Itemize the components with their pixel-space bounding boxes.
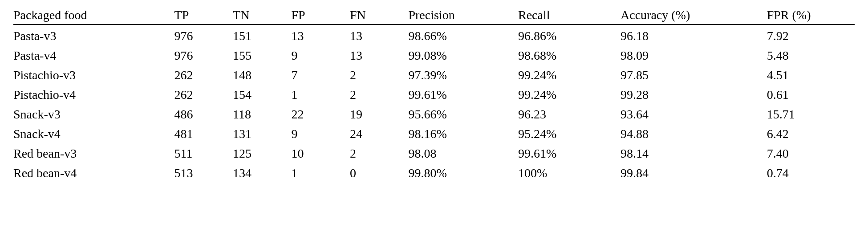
cell-precision: 98.16% bbox=[408, 124, 518, 144]
cell-accuracy: 99.84 bbox=[621, 163, 767, 183]
cell-tp: 511 bbox=[174, 144, 233, 163]
cell-recall: 98.68% bbox=[518, 46, 621, 65]
table-row: Pasta-v3976151131398.66%96.86%96.187.92 bbox=[13, 25, 855, 46]
col-header-precision: Precision bbox=[408, 4, 518, 24]
cell-fp: 7 bbox=[292, 65, 350, 85]
cell-precision: 98.66% bbox=[408, 25, 518, 46]
cell-label: Red bean-v4 bbox=[13, 163, 174, 183]
col-header-fn: FN bbox=[350, 4, 408, 24]
cell-fn: 2 bbox=[350, 85, 408, 105]
cell-fp: 1 bbox=[292, 85, 350, 105]
cell-tp: 481 bbox=[174, 124, 233, 144]
cell-fn: 13 bbox=[350, 25, 408, 46]
cell-recall: 99.61% bbox=[518, 144, 621, 163]
col-header-tn: TN bbox=[233, 4, 291, 24]
table-body: Pasta-v3976151131398.66%96.86%96.187.92P… bbox=[13, 25, 855, 183]
cell-fp: 1 bbox=[292, 163, 350, 183]
table-row: Pistachio-v42621541299.61%99.24%99.280.6… bbox=[13, 85, 855, 105]
cell-fpr: 6.42 bbox=[767, 124, 855, 144]
cell-precision: 99.80% bbox=[408, 163, 518, 183]
cell-fn: 0 bbox=[350, 163, 408, 183]
cell-fn: 19 bbox=[350, 105, 408, 124]
cell-fn: 24 bbox=[350, 124, 408, 144]
table-row: Red bean-v351112510298.0899.61%98.147.40 bbox=[13, 144, 855, 163]
cell-accuracy: 98.14 bbox=[621, 144, 767, 163]
cell-tp: 262 bbox=[174, 85, 233, 105]
cell-recall: 99.24% bbox=[518, 85, 621, 105]
cell-recall: 96.23 bbox=[518, 105, 621, 124]
cell-accuracy: 96.18 bbox=[621, 25, 767, 46]
cell-tn: 148 bbox=[233, 65, 291, 85]
cell-fp: 9 bbox=[292, 124, 350, 144]
cell-fpr: 4.51 bbox=[767, 65, 855, 85]
cell-accuracy: 98.09 bbox=[621, 46, 767, 65]
cell-fpr: 0.74 bbox=[767, 163, 855, 183]
table-row: Pasta-v497615591399.08%98.68%98.095.48 bbox=[13, 46, 855, 65]
cell-tn: 134 bbox=[233, 163, 291, 183]
cell-precision: 97.39% bbox=[408, 65, 518, 85]
cell-fn: 2 bbox=[350, 144, 408, 163]
cell-recall: 99.24% bbox=[518, 65, 621, 85]
cell-fpr: 7.40 bbox=[767, 144, 855, 163]
cell-fpr: 5.48 bbox=[767, 46, 855, 65]
cell-recall: 100% bbox=[518, 163, 621, 183]
cell-tp: 976 bbox=[174, 25, 233, 46]
cell-tp: 486 bbox=[174, 105, 233, 124]
cell-tp: 513 bbox=[174, 163, 233, 183]
table-row: Pistachio-v32621487297.39%99.24%97.854.5… bbox=[13, 65, 855, 85]
cell-label: Snack-v3 bbox=[13, 105, 174, 124]
table-row: Snack-v3486118221995.66%96.2393.6415.71 bbox=[13, 105, 855, 124]
col-header-accuracy: Accuracy (%) bbox=[621, 4, 767, 24]
cell-label: Snack-v4 bbox=[13, 124, 174, 144]
cell-tp: 262 bbox=[174, 65, 233, 85]
cell-fn: 2 bbox=[350, 65, 408, 85]
cell-fp: 9 bbox=[292, 46, 350, 65]
cell-accuracy: 93.64 bbox=[621, 105, 767, 124]
cell-precision: 98.08 bbox=[408, 144, 518, 163]
cell-label: Pasta-v4 bbox=[13, 46, 174, 65]
col-header-label: Packaged food bbox=[13, 4, 174, 24]
cell-accuracy: 97.85 bbox=[621, 65, 767, 85]
cell-tn: 155 bbox=[233, 46, 291, 65]
cell-fpr: 7.92 bbox=[767, 25, 855, 46]
cell-recall: 95.24% bbox=[518, 124, 621, 144]
table-row: Red bean-v45131341099.80%100%99.840.74 bbox=[13, 163, 855, 183]
col-header-fp: FP bbox=[292, 4, 350, 24]
cell-precision: 99.08% bbox=[408, 46, 518, 65]
cell-tn: 118 bbox=[233, 105, 291, 124]
cell-precision: 99.61% bbox=[408, 85, 518, 105]
col-header-recall: Recall bbox=[518, 4, 621, 24]
col-header-tp: TP bbox=[174, 4, 233, 24]
cell-fpr: 0.61 bbox=[767, 85, 855, 105]
cell-tn: 154 bbox=[233, 85, 291, 105]
cell-recall: 96.86% bbox=[518, 25, 621, 46]
cell-accuracy: 94.88 bbox=[621, 124, 767, 144]
cell-tn: 131 bbox=[233, 124, 291, 144]
cell-fn: 13 bbox=[350, 46, 408, 65]
cell-accuracy: 99.28 bbox=[621, 85, 767, 105]
cell-fp: 22 bbox=[292, 105, 350, 124]
results-table: Packaged food TP TN FP FN Precision Reca… bbox=[13, 4, 855, 183]
cell-tn: 151 bbox=[233, 25, 291, 46]
cell-label: Red bean-v3 bbox=[13, 144, 174, 163]
cell-precision: 95.66% bbox=[408, 105, 518, 124]
cell-fpr: 15.71 bbox=[767, 105, 855, 124]
cell-label: Pistachio-v3 bbox=[13, 65, 174, 85]
table-row: Snack-v448113192498.16%95.24%94.886.42 bbox=[13, 124, 855, 144]
cell-tn: 125 bbox=[233, 144, 291, 163]
cell-fp: 13 bbox=[292, 25, 350, 46]
cell-label: Pistachio-v4 bbox=[13, 85, 174, 105]
col-header-fpr: FPR (%) bbox=[767, 4, 855, 24]
cell-fp: 10 bbox=[292, 144, 350, 163]
cell-label: Pasta-v3 bbox=[13, 25, 174, 46]
table-header-row: Packaged food TP TN FP FN Precision Reca… bbox=[13, 4, 855, 24]
cell-tp: 976 bbox=[174, 46, 233, 65]
